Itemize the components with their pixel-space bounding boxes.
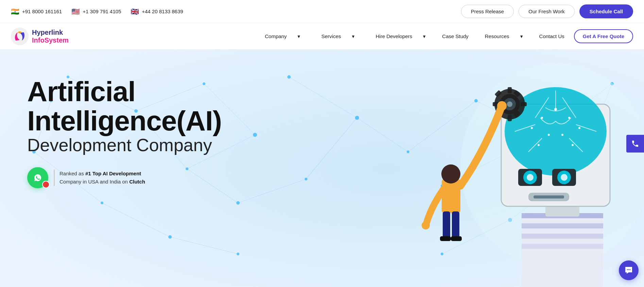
whatsapp-button[interactable]: [27, 167, 48, 188]
phone-uk[interactable]: 🇬🇧 +44 20 8133 8639: [131, 7, 183, 16]
svg-rect-90: [521, 102, 527, 106]
svg-point-42: [168, 235, 172, 239]
hero-title-sub: Development Company: [27, 135, 212, 155]
nav-item-services[interactable]: Services ▾: [312, 28, 364, 45]
hero-badge-text: Ranked as #1 Top AI Development Company …: [54, 170, 145, 186]
svg-rect-100: [440, 236, 451, 241]
top-bar-actions: Press Release Our Fresh Work Schedule Ca…: [461, 4, 633, 18]
navbar: Hyperlink InfoSystem Company ▾ Services …: [0, 23, 644, 50]
svg-point-45: [287, 75, 291, 79]
nav-hire-label[interactable]: Hire Developers ▾: [366, 28, 436, 45]
svg-rect-101: [451, 236, 462, 241]
svg-rect-99: [452, 211, 459, 239]
svg-point-30: [236, 201, 240, 205]
india-flag-icon: 🇮🇳: [11, 7, 19, 16]
logo-infosystem: InfoSystem: [32, 36, 69, 44]
chevron-down-icon: ▾: [347, 31, 359, 42]
svg-rect-53: [522, 234, 603, 239]
nav-item-cta[interactable]: Get A Free Quote: [571, 29, 633, 43]
svg-rect-54: [522, 244, 603, 249]
svg-point-72: [561, 134, 563, 136]
usa-phone-number: +1 309 791 4105: [83, 9, 121, 14]
svg-point-79: [527, 174, 533, 181]
phone-usa[interactable]: 🇺🇸 +1 309 791 4105: [71, 7, 121, 16]
svg-point-69: [531, 127, 533, 129]
nav-item-contact[interactable]: Contact Us: [535, 31, 569, 42]
schedule-call-button[interactable]: Schedule Call: [579, 4, 633, 18]
chat-float-button[interactable]: [619, 260, 639, 280]
hero-badge-row: Ranked as #1 Top AI Development Company …: [27, 167, 222, 188]
india-phone-number: +91 8000 161161: [22, 9, 62, 14]
uk-flag-icon: 🇬🇧: [131, 7, 139, 16]
nav-contact-link[interactable]: Contact Us: [535, 31, 569, 42]
top-bar: 🇮🇳 +91 8000 161161 🇺🇸 +1 309 791 4105 🇬🇧…: [0, 0, 644, 23]
svg-rect-87: [508, 87, 512, 93]
svg-point-104: [628, 269, 629, 270]
top-bar-phones: 🇮🇳 +91 8000 161161 🇺🇸 +1 309 791 4105 🇬🇧…: [11, 7, 183, 16]
phone-icon: [631, 140, 639, 148]
svg-rect-52: [522, 223, 603, 228]
nav-item-resources[interactable]: Resources ▾: [475, 28, 532, 45]
uk-phone-number: +44 20 8133 8639: [142, 9, 183, 14]
nav-item-company[interactable]: Company ▾: [255, 28, 310, 45]
get-free-quote-button[interactable]: Get A Free Quote: [574, 29, 633, 43]
svg-point-103: [627, 269, 628, 270]
fresh-work-button[interactable]: Our Fresh Work: [519, 5, 574, 18]
whatsapp-icon: [32, 172, 44, 184]
svg-point-31: [305, 178, 307, 180]
chevron-down-icon: ▾: [515, 31, 528, 42]
nav-company-label[interactable]: Company ▾: [255, 28, 310, 45]
logo-icon: [11, 28, 29, 45]
hero-content: Artificial Intelligence(AI) Development …: [0, 50, 222, 209]
logo-text: Hyperlink InfoSystem: [32, 29, 69, 44]
usa-flag-icon: 🇺🇸: [71, 7, 80, 16]
svg-point-105: [630, 269, 631, 270]
svg-point-96: [441, 164, 460, 184]
nav-services-label[interactable]: Services ▾: [312, 28, 364, 45]
svg-point-67: [541, 117, 543, 119]
svg-point-28: [253, 133, 257, 137]
hero-section: Artificial Intelligence(AI) Development …: [0, 50, 644, 287]
svg-point-43: [237, 253, 239, 255]
hero-title: Artificial Intelligence(AI) Development …: [27, 77, 222, 155]
chevron-down-icon: ▾: [418, 31, 430, 42]
svg-point-68: [568, 117, 570, 119]
phone-india[interactable]: 🇮🇳 +91 8000 161161: [11, 7, 62, 16]
nav-item-hire-developers[interactable]: Hire Developers ▾: [366, 28, 436, 45]
nav-item-case-study[interactable]: Case Study: [437, 31, 473, 42]
svg-point-66: [554, 108, 557, 111]
phone-float-button[interactable]: [626, 135, 644, 153]
hero-illustration: [338, 50, 644, 287]
svg-point-0: [11, 28, 29, 45]
svg-rect-98: [443, 211, 450, 239]
nav-case-study-link[interactable]: Case Study: [437, 31, 473, 42]
svg-point-86: [507, 101, 512, 107]
svg-point-73: [538, 144, 540, 146]
logo-hyperlink: Hyperlink: [32, 29, 69, 36]
svg-rect-55: [545, 206, 579, 217]
svg-point-70: [578, 127, 580, 129]
chevron-down-icon: ▾: [293, 31, 305, 42]
svg-rect-82: [533, 195, 564, 198]
logo-link[interactable]: Hyperlink InfoSystem: [11, 28, 69, 45]
svg-point-74: [572, 144, 574, 146]
svg-rect-88: [508, 115, 512, 121]
svg-point-102: [422, 221, 430, 229]
svg-point-97: [497, 101, 507, 111]
nav-resources-label[interactable]: Resources ▾: [475, 28, 532, 45]
chat-icon: [624, 266, 633, 275]
svg-point-71: [548, 134, 550, 136]
press-release-button[interactable]: Press Release: [461, 5, 514, 18]
nav-links: Company ▾ Services ▾ Hire Developers ▾ C…: [255, 28, 633, 45]
hero-title-line1: Artificial Intelligence(AI): [27, 76, 222, 136]
svg-point-80: [561, 174, 567, 181]
